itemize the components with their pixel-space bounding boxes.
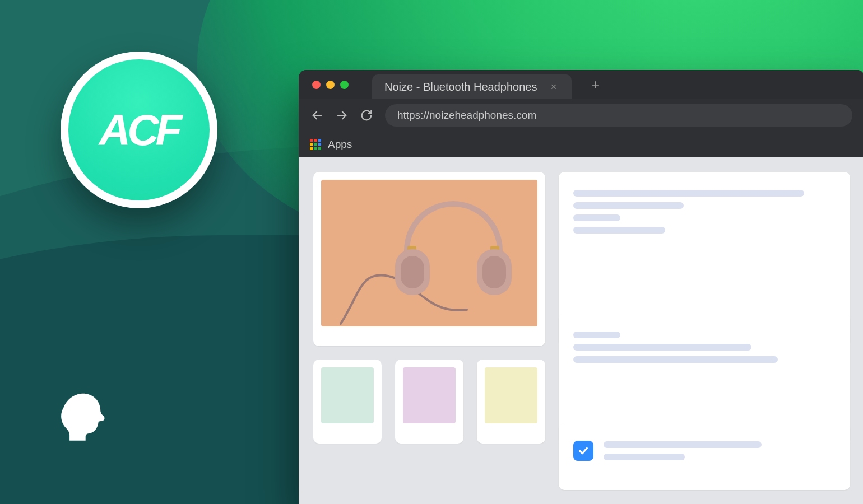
swatch-card[interactable]	[313, 360, 382, 443]
tab-close-button[interactable]: ×	[548, 81, 559, 93]
swatch-card[interactable]	[477, 360, 545, 443]
back-button[interactable]	[311, 109, 323, 122]
placeholder-line	[573, 202, 684, 209]
placeholder-line	[573, 190, 804, 197]
titlebar: Noize - Bluetooth Headphones × +	[299, 70, 863, 99]
acf-logo-text: ACF	[68, 59, 210, 200]
profile-head-icon	[50, 386, 112, 448]
swatch-lilac	[403, 367, 456, 423]
placeholder-line	[604, 441, 762, 448]
acf-badge: ACF	[61, 52, 217, 208]
swatch-cream	[485, 367, 537, 423]
checkbox-card	[559, 423, 850, 490]
reload-button[interactable]	[360, 109, 373, 122]
swatch-card[interactable]	[395, 360, 463, 443]
window-maximize-button[interactable]	[340, 81, 349, 89]
browser-tab[interactable]: Noize - Bluetooth Headphones ×	[372, 74, 572, 99]
placeholder-line	[573, 344, 751, 351]
address-bar[interactable]: https://noizeheadphones.com	[385, 104, 852, 127]
window-close-button[interactable]	[312, 81, 321, 89]
product-image-card	[313, 172, 545, 346]
window-controls	[312, 81, 349, 89]
forward-button[interactable]	[336, 109, 348, 122]
placeholder-line	[573, 332, 620, 338]
checkbox[interactable]	[573, 441, 593, 461]
tab-title: Noize - Bluetooth Headphones	[384, 81, 537, 94]
address-url: https://noizeheadphones.com	[397, 109, 536, 122]
placeholder-line	[604, 454, 685, 460]
apps-bookmark-label[interactable]: Apps	[328, 138, 352, 151]
swatch-mint	[321, 367, 374, 423]
apps-grid-icon[interactable]	[310, 139, 321, 150]
placeholder-line	[573, 356, 778, 363]
browser-toolbar: https://noizeheadphones.com	[299, 99, 863, 132]
placeholder-line	[573, 227, 665, 234]
checkmark-icon	[577, 445, 590, 457]
placeholder-line	[573, 214, 620, 221]
window-minimize-button[interactable]	[326, 81, 335, 89]
headphones-image	[321, 180, 537, 326]
browser-window: Noize - Bluetooth Headphones × + https:/…	[299, 70, 863, 504]
new-tab-button[interactable]: +	[587, 76, 604, 93]
color-swatches-row	[313, 360, 545, 443]
page-viewport	[299, 157, 863, 504]
bookmarks-bar: Apps	[299, 132, 863, 157]
